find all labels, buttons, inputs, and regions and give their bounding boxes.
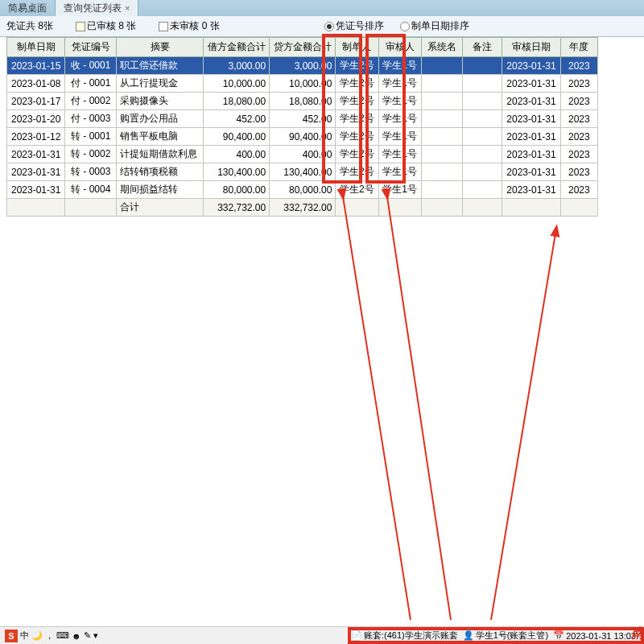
sort-date-label: 制单日期排序 [411,20,469,31]
cell: 3,000.00 [270,57,336,75]
unchecked-label: 未审核 0 张 [170,20,219,31]
cell [336,199,378,217]
col-header[interactable]: 摘要 [117,38,204,57]
status-bar: S 中 🌙 ， ⌨ ☻ ✎ ▾ 📄账套:(461)学生演示账套 👤学生1号(账套… [0,626,644,644]
cell: 2023-01-20 [7,110,65,128]
col-header[interactable]: 系统名 [421,38,462,57]
cell: 学生1号 [378,146,421,163]
cell: 2023 [560,93,597,110]
cell: 学生1号 [378,163,421,181]
sogou-icon[interactable]: S [5,630,18,642]
col-header[interactable]: 制单人 [336,38,378,57]
cell: 转 - 0002 [65,146,117,163]
more-icon: ▾ [93,630,98,641]
cell [421,163,462,181]
cell [463,128,502,146]
sort-num-label: 凭证号排序 [336,20,384,31]
user-icon: 👤 [463,630,474,642]
col-header[interactable]: 贷方金额合计 [270,38,336,57]
close-icon[interactable]: × [125,3,130,13]
voucher-table: 制单日期凭证编号摘要借方金额合计贷方金额合计制单人审核人系统名备注审核日期年度 … [6,37,598,217]
sort-by-number-radio[interactable] [324,22,334,31]
checked-checkbox[interactable] [76,22,85,31]
col-header[interactable]: 审核日期 [502,38,560,57]
calendar-icon: 📅 [553,630,564,642]
keyboard-icon: ⌨ [56,630,69,641]
cell: 2023 [560,75,597,93]
cell [421,110,462,128]
cell [421,199,462,217]
cell: 学生2号 [336,93,378,110]
table-row[interactable]: 2023-01-31转 - 0003结转销项税额130,400.00130,40… [7,163,598,181]
tab-desktop[interactable]: 简易桌面 [0,0,56,16]
user-status: 👤学生1号(账套主管) [463,630,548,642]
cell: 90,400.00 [270,128,336,146]
table-row[interactable]: 2023-01-31转 - 0002计提短期借款利息400.00400.00学生… [7,146,598,163]
cell: 销售平板电脑 [117,128,204,146]
cell [463,93,502,110]
cell: 18,080.00 [270,93,336,110]
cell: 2023-01-31 [502,57,560,75]
cell: 18,080.00 [203,93,269,110]
cell: 2023 [560,110,597,128]
table-row[interactable]: 2023-01-17付 - 0002采购摄像头18,080.0018,080.0… [7,93,598,110]
cell: 学生2号 [336,128,378,146]
tab-voucher-list[interactable]: 查询凭证列表× [56,0,138,16]
table-row[interactable]: 2023-01-15收 - 0001职工偿还借款3,000.003,000.00… [7,57,598,75]
cell: 2023 [560,181,597,199]
doc-icon: 📄 [351,630,362,642]
col-header[interactable]: 年度 [560,38,597,57]
checked-label: 已审核 8 张 [87,20,136,31]
table-row[interactable]: 2023-01-31转 - 0004期间损益结转80,000.0080,000.… [7,181,598,199]
cell: 2023 [560,163,597,181]
status-highlight-box: 📄账套:(461)学生演示账套 👤学生1号(账套主管) 📅2023-01-31 … [348,627,644,644]
cell: 2023-01-31 [502,75,560,93]
cell: 2023-01-31 [502,181,560,199]
total-row: 合计332,732.00332,732.00 [7,199,598,217]
cell: 收 - 0001 [65,57,117,75]
cell: 计提短期借款利息 [117,146,204,163]
cell [463,199,502,217]
cell: 学生2号 [336,146,378,163]
sort-by-date-radio[interactable] [400,22,410,31]
table-row[interactable]: 2023-01-20付 - 0003购置办公用品452.00452.00学生2号… [7,110,598,128]
table-row[interactable]: 2023-01-08付 - 0001从工行提现金10,000.0010,000.… [7,75,598,93]
cell: 学生1号 [378,128,421,146]
col-header[interactable]: 制单日期 [7,38,65,57]
arrow-annotation [306,185,596,626]
cell: 130,400.00 [270,163,336,181]
cell: 职工偿还借款 [117,57,204,75]
cell: 2023-01-31 [502,163,560,181]
watermark: 南 [631,625,644,642]
cell: 付 - 0003 [65,110,117,128]
cell: 转 - 0003 [65,163,117,181]
cell: 2023-01-31 [7,163,65,181]
cell: 学生2号 [336,163,378,181]
cell [463,181,502,199]
filter-bar: 凭证共 8张 已审核 8 张 未审核 0 张 凭证号排序 制单日期排序 [0,16,644,37]
cell: 学生2号 [336,57,378,75]
date-status: 📅2023-01-31 13:03 [553,630,636,642]
col-header[interactable]: 借方金额合计 [203,38,269,57]
col-header[interactable]: 审核人 [378,38,421,57]
cell: 2023-01-15 [7,57,65,75]
cell [65,199,117,217]
ime-label: 中 [20,630,29,642]
table-row[interactable]: 2023-01-12转 - 0001销售平板电脑90,400.0090,400.… [7,128,598,146]
cell: 400.00 [203,146,269,163]
cell [378,199,421,217]
svg-line-0 [342,192,411,620]
unchecked-checkbox[interactable] [159,22,168,31]
cell: 付 - 0002 [65,93,117,110]
cell: 从工行提现金 [117,75,204,93]
table-header-row: 制单日期凭证编号摘要借方金额合计贷方金额合计制单人审核人系统名备注审核日期年度 [7,38,598,57]
col-header[interactable]: 凭证编号 [65,38,117,57]
face-icon: ☻ [72,631,81,641]
cell [463,57,502,75]
cell: 2023 [560,146,597,163]
col-header[interactable]: 备注 [463,38,502,57]
tab-label: 查询凭证列表 [64,2,122,15]
cell [560,199,597,217]
cell: 2023-01-31 [7,181,65,199]
cell: 学生2号 [336,110,378,128]
